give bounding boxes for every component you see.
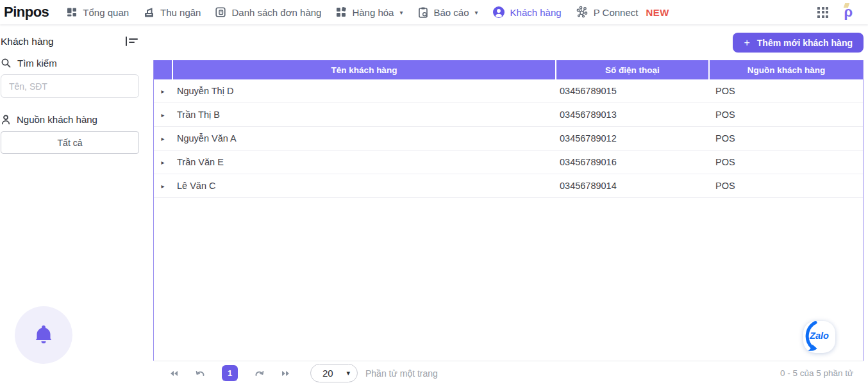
search-icon (1, 58, 12, 69)
apps-grid-icon[interactable] (817, 7, 828, 18)
previous-page-button[interactable] (195, 368, 206, 379)
pagination-bar: 1 20 ▾ (154, 361, 864, 385)
customer-table: Tên khách hàng Số điện thoại Nguồn khách… (153, 60, 864, 361)
search-input[interactable] (1, 74, 139, 98)
person-icon (1, 114, 11, 125)
add-customer-button[interactable]: + Thêm mới khách hàng (733, 33, 864, 53)
customer-icon (492, 6, 505, 19)
table-row[interactable]: ▸ Lê Văn C 03456789014 POS (154, 174, 863, 198)
plus-icon: + (744, 38, 749, 48)
cell-phone: 03456789013 (556, 110, 708, 120)
cell-phone: 03456789014 (556, 181, 708, 191)
chevron-down-icon: ▾ (346, 369, 350, 377)
per-page-label: Phần tử một trang (365, 368, 438, 379)
sidebar: Khách hàng Tìm kiếm Nguồn khách hàng T (0, 24, 152, 385)
customer-source-select[interactable]: Tất cả (1, 131, 139, 154)
table-row[interactable]: ▸ Trần Thị B 03456789013 POS (154, 103, 863, 127)
cell-source: POS (710, 110, 863, 120)
zalo-chat-widget[interactable]: Zalo (803, 320, 836, 354)
column-header-source: Nguồn khách hàng (710, 60, 863, 79)
chevron-down-icon: ▾ (399, 9, 403, 16)
row-expander-icon[interactable]: ▸ (154, 88, 172, 95)
page-title: Khách hàng (1, 36, 54, 47)
notification-bell-button[interactable] (15, 306, 72, 364)
next-page-button[interactable] (254, 368, 265, 379)
cell-source: POS (710, 133, 863, 143)
page-body: Khách hàng Tìm kiếm Nguồn khách hàng T (0, 24, 868, 385)
app-logo: Pinpos (4, 4, 49, 20)
cell-source: POS (710, 181, 863, 191)
cash-register-icon (143, 6, 155, 19)
dashboard-icon (66, 6, 78, 18)
cell-source: POS (710, 86, 863, 96)
nav-label: Thu ngân (160, 7, 201, 18)
nav-item-tong-quan[interactable]: Tổng quan (66, 6, 129, 18)
topbar: Pinpos Tổng quan Thu ngân Danh sách đơn … (0, 0, 868, 24)
connect-hub-icon (576, 6, 588, 19)
chevron-down-icon: ▾ (475, 9, 478, 16)
cell-phone: 03456789016 (556, 157, 708, 167)
nav-item-p-connect[interactable]: P Connect NEW (576, 6, 669, 19)
customer-source-label: Nguồn khách hàng (1, 114, 139, 125)
table-header: Tên khách hàng Số điện thoại Nguồn khách… (154, 60, 863, 79)
report-icon (417, 6, 429, 19)
products-icon (335, 6, 347, 18)
page-size-select[interactable]: 20 ▾ (310, 364, 358, 382)
pinpos-brand-icon: ρ (844, 5, 853, 19)
topbar-right: ρ (817, 5, 862, 19)
row-expander-icon[interactable]: ▸ (154, 183, 172, 190)
column-header-name: Tên khách hàng (173, 60, 555, 79)
order-list-icon (215, 6, 226, 18)
nav-label: Tổng quan (83, 7, 129, 18)
current-page-indicator[interactable]: 1 (222, 365, 238, 381)
new-badge: NEW (646, 7, 669, 18)
nav-item-hang-hoa[interactable]: Hàng hóa ▾ (335, 6, 403, 18)
last-page-button[interactable] (281, 368, 291, 379)
redo-arrow-icon (254, 368, 265, 379)
nav-label: P Connect (594, 7, 638, 18)
nav-label: Hàng hóa (352, 7, 394, 18)
row-expander-icon[interactable]: ▸ (154, 111, 172, 119)
bell-icon (32, 324, 55, 347)
cell-name: Trần Văn E (173, 157, 555, 167)
nav-item-thu-ngan[interactable]: Thu ngân (143, 6, 201, 19)
nav-label: Báo cáo (434, 7, 469, 18)
row-expander-icon[interactable]: ▸ (154, 159, 172, 166)
row-expander-icon[interactable]: ▸ (154, 135, 172, 142)
table-body: ▸ Nguyễn Thị D 03456789015 POS ▸ Trần Th… (154, 79, 863, 361)
cell-name: Nguyễn Văn A (173, 133, 555, 143)
column-header-phone: Số điện thoại (556, 60, 708, 79)
search-label: Tìm kiếm (1, 58, 139, 69)
cell-source: POS (710, 157, 863, 167)
undo-arrow-icon (195, 368, 206, 379)
table-row[interactable]: ▸ Nguyễn Văn A 03456789012 POS (154, 127, 863, 151)
nav-item-danh-sach-don-hang[interactable]: Danh sách đơn hàng (215, 6, 321, 18)
main-content: + Thêm mới khách hàng Tên khách hàng Số … (152, 24, 868, 385)
cell-phone: 03456789012 (556, 133, 708, 143)
nav-item-khach-hang[interactable]: Khách hàng (492, 6, 562, 19)
cell-name: Lê Văn C (173, 181, 555, 191)
cell-name: Trần Thị B (173, 110, 555, 120)
cell-name: Nguyễn Thị D (173, 86, 555, 96)
first-page-button[interactable] (169, 368, 179, 379)
expander-column-header (154, 60, 172, 79)
double-chevron-right-icon (281, 368, 291, 379)
cell-phone: 03456789015 (556, 86, 708, 96)
nav-label: Danh sách đơn hàng (231, 7, 321, 18)
table-row[interactable]: ▸ Nguyễn Thị D 03456789015 POS (154, 79, 863, 103)
nav-item-bao-cao[interactable]: Báo cáo ▾ (417, 6, 478, 19)
table-row[interactable]: ▸ Trần Văn E 03456789016 POS (154, 151, 863, 174)
nav-label: Khách hàng (510, 7, 562, 18)
sort-icon[interactable] (124, 35, 139, 47)
double-chevron-left-icon (169, 368, 179, 379)
range-label: 0 - 5 của 5 phần tử (780, 368, 853, 378)
